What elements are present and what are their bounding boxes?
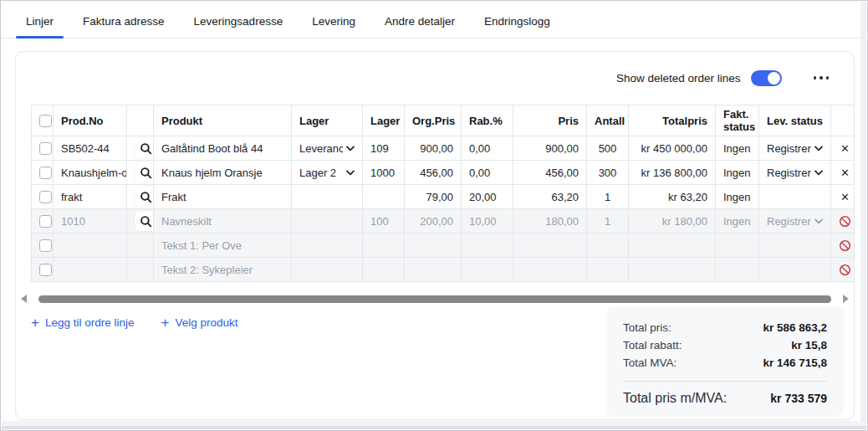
cell-warehouse-qty: [363, 185, 405, 209]
cell-invoice-status: [716, 233, 759, 258]
cell-invoice-status: Ingen: [716, 209, 759, 233]
header-row: Prod.NoProduktLagerLagerOrg.PrisRab.%Pri…: [32, 105, 855, 136]
cell-row-action: ✕: [831, 185, 855, 209]
search-product-icon[interactable]: [135, 138, 154, 158]
choose-product-button[interactable]: + Velg produkt: [161, 316, 238, 330]
cell-quantity: 1: [587, 209, 629, 233]
warehouse-dropdown[interactable]: Lager 2: [299, 167, 355, 179]
cell-price[interactable]: 900,00: [513, 136, 587, 161]
cell-org-price[interactable]: 900,00: [405, 136, 462, 161]
cell-org-price: 200,00: [405, 209, 462, 233]
cell-quantity[interactable]: 500: [587, 136, 629, 161]
scrollbar-track[interactable]: [32, 295, 838, 303]
warehouse-dropdown[interactable]: Leveranc: [299, 142, 355, 155]
grand-total-value: kr 733 579: [770, 392, 827, 405]
table-row: 1010Navneskilt100200,0010,00180,001kr 18…: [32, 209, 855, 233]
cell-warehouse-select: [292, 209, 363, 233]
scroll-right-arrow-icon[interactable]: [843, 295, 849, 303]
delivery-status-dropdown[interactable]: Registrer: [767, 142, 823, 155]
choose-product-label: Velg produkt: [175, 316, 237, 329]
search-product-icon[interactable]: [135, 162, 154, 182]
delivery-status-dropdown[interactable]: Registrer: [767, 167, 823, 179]
cell-product-name[interactable]: Galtåtind Boot blå 44: [154, 136, 292, 161]
delete-line-icon[interactable]: ✕: [839, 190, 851, 204]
tab-andre-detaljer[interactable]: Andre detaljer: [375, 15, 465, 38]
cell-invoice-status: Ingen: [716, 161, 759, 185]
cell-warehouse-qty: 109: [363, 136, 405, 161]
cell-warehouse-select: Lager 2: [292, 161, 363, 185]
cell-total-price: kr 136 800,00: [629, 161, 716, 185]
col-header-totalpris: Totalpris: [629, 105, 716, 136]
tab-linjer[interactable]: Linjer: [16, 15, 64, 38]
bottom-scrollbar-track[interactable]: [2, 426, 866, 429]
scroll-left-arrow-icon[interactable]: [21, 295, 27, 303]
cell-discount-pct[interactable]: 0,00: [462, 136, 513, 161]
cell-warehouse-qty: 100: [363, 209, 405, 233]
cell-warehouse-select: [292, 258, 363, 282]
ellipsis-menu-icon[interactable]: [812, 73, 831, 83]
cell-delivery-status: [759, 258, 831, 282]
cell-org-price[interactable]: 79,00: [405, 185, 462, 209]
col-header-lev-status: Lev. status: [759, 105, 831, 136]
cell-quantity: [587, 233, 629, 258]
row-checkbox-cell: [32, 258, 54, 282]
row-checkbox[interactable]: [39, 215, 52, 228]
cell-product-name[interactable]: Knaus hjelm Oransje: [154, 161, 292, 185]
add-order-line-button[interactable]: + Legg til ordre linje: [31, 316, 135, 330]
tab-levering[interactable]: Levering: [302, 15, 365, 38]
show-deleted-toggle[interactable]: [751, 70, 782, 86]
cell-price[interactable]: 63,20: [513, 185, 587, 209]
totals-panel: Total pris:kr 586 863,2Total rabatt:kr 1…: [606, 306, 844, 416]
cell-discount-pct[interactable]: 20,00: [462, 185, 513, 209]
horizontal-scrollbar: [21, 295, 849, 303]
cell-total-price: [629, 258, 716, 282]
cell-quantity[interactable]: 300: [587, 161, 629, 185]
cell-quantity[interactable]: 1: [587, 185, 629, 209]
row-checkbox-cell: [32, 185, 54, 209]
row-checkbox-cell: [32, 161, 54, 185]
col-header-org-pris: Org.Pris: [405, 105, 462, 136]
cell-discount-pct: [462, 233, 513, 258]
cell-discount-pct[interactable]: 0,00: [462, 161, 513, 185]
search-product-icon[interactable]: [135, 187, 154, 207]
cell-org-price[interactable]: 456,00: [405, 161, 462, 185]
cell-product-name[interactable]: Frakt: [154, 185, 292, 209]
select-all-checkbox[interactable]: [39, 115, 52, 127]
vertical-scrollbar-track[interactable]: [860, 2, 866, 421]
delete-line-icon[interactable]: ✕: [839, 166, 851, 180]
cell-warehouse-select: [292, 233, 363, 258]
col-header-blank: [831, 105, 855, 136]
cell-delivery-status: Registrer: [759, 161, 831, 185]
tab-faktura-adresse[interactable]: Faktura adresse: [73, 15, 175, 38]
col-header-fakt-status: Fakt. status: [716, 105, 759, 136]
deleted-line-blocked-icon: [839, 215, 851, 228]
cell-prod-no: [54, 233, 127, 258]
cell-delivery-status: [759, 185, 831, 209]
tab-endringslogg[interactable]: Endringslogg: [474, 15, 560, 38]
row-checkbox[interactable]: [39, 264, 52, 276]
search-product-icon[interactable]: [135, 211, 154, 231]
row-checkbox[interactable]: [39, 239, 52, 252]
cell-price: 180,00: [513, 209, 587, 233]
cell-delivery-status: Registrer: [759, 136, 831, 161]
scrollbar-thumb[interactable]: [38, 295, 831, 303]
tab-leveringsadresse[interactable]: Leveringsadresse: [184, 15, 294, 38]
delete-line-icon[interactable]: ✕: [839, 141, 851, 156]
cell-prod-no[interactable]: Knaushjelm-o: [54, 161, 127, 185]
cell-warehouse-qty: [363, 258, 405, 282]
row-checkbox[interactable]: [39, 191, 52, 203]
row-checkbox[interactable]: [39, 167, 52, 179]
cell-invoice-status: Ingen: [716, 136, 759, 161]
tab-bar: LinjerFaktura adresseLeveringsadresseLev…: [1, 1, 867, 38]
cell-product-name: Tekst 2: Sykepleier: [154, 258, 292, 282]
cell-prod-no[interactable]: frakt: [54, 185, 127, 209]
col-header-lager: Lager: [363, 105, 405, 136]
row-checkbox[interactable]: [39, 142, 52, 155]
row-checkbox-cell: [32, 233, 54, 258]
cell-prod-no[interactable]: SB502-44: [54, 136, 127, 161]
cell-org-price: [405, 233, 462, 258]
table-row: fraktFrakt79,0020,0063,201kr 63,20Ingen✕: [32, 185, 855, 209]
plus-icon: +: [31, 316, 39, 330]
cell-price[interactable]: 456,00: [513, 161, 587, 185]
col-header-blank: [127, 105, 154, 136]
